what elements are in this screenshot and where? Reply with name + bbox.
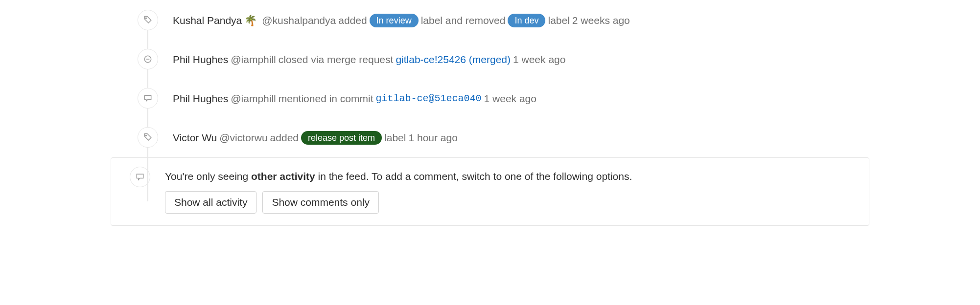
action-text: label and removed [421,13,506,28]
action-text: label [384,130,406,146]
show-all-activity-button[interactable]: Show all activity [165,191,257,214]
timestamp: 1 hour ago [408,130,457,146]
emoji: 🌴 [244,13,257,28]
label-icon [138,127,158,148]
commit-link[interactable]: gitlab-ce@51eca040 [376,91,482,106]
action-text: added [270,130,299,146]
username[interactable]: @iamphill [231,52,276,67]
label-release-post-item[interactable]: release post item [301,131,382,145]
username[interactable]: @kushalpandya [262,13,336,28]
author-name[interactable]: Kushal Pandya [173,13,242,28]
action-text: label [548,13,569,28]
action-text: closed via merge request [279,52,394,67]
author-name[interactable]: Phil Hughes [173,91,228,107]
filter-notice: You're only seeing other activity in the… [111,157,869,226]
label-icon [138,10,158,30]
author-name[interactable]: Phil Hughes [173,52,228,67]
username[interactable]: @victorwu [219,130,267,146]
timeline-entry: Victor Wu @victorwu added release post i… [111,127,869,148]
merge-request-link[interactable]: gitlab-ce!25426 (merged) [396,52,511,67]
timeline-entry: Phil Hughes @iamphill closed via merge r… [111,49,869,69]
label-in-review[interactable]: In review [370,14,419,27]
show-comments-only-button[interactable]: Show comments only [262,191,379,214]
timestamp: 1 week ago [484,91,537,107]
action-text: mentioned in commit [279,91,373,107]
closed-icon [138,49,158,69]
timeline-entry: Kushal Pandya 🌴 @kushalpandya added In r… [111,10,869,30]
username[interactable]: @iamphill [231,91,276,107]
timeline-entry: Phil Hughes @iamphill mentioned in commi… [111,88,869,109]
timestamp: 1 week ago [513,52,565,67]
notice-text: You're only seeing other activity in the… [165,171,632,182]
timestamp: 2 weeks ago [572,13,630,28]
author-name[interactable]: Victor Wu [173,130,217,146]
label-in-dev[interactable]: In dev [508,14,545,27]
comment-icon [138,88,158,109]
action-text: added [338,13,367,28]
svg-point-3 [145,135,146,136]
svg-point-0 [145,18,146,19]
